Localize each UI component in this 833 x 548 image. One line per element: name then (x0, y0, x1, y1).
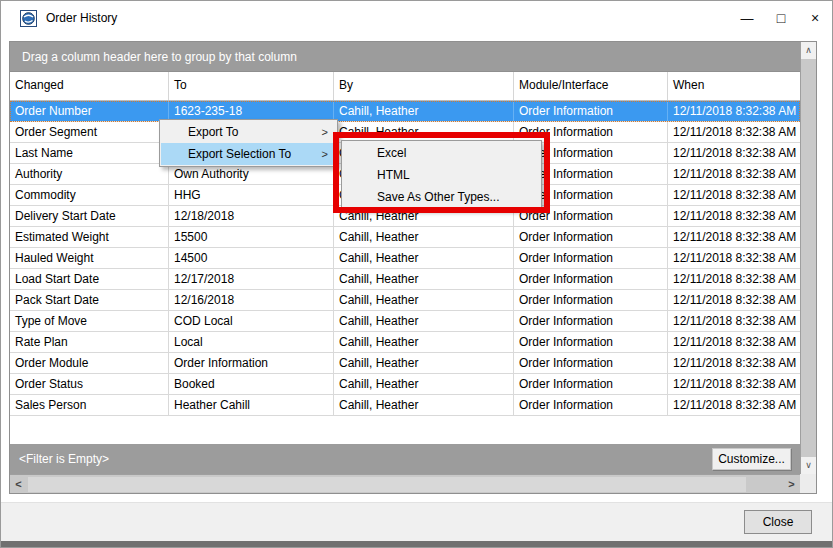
cell-by: Cahill, Heather (334, 395, 514, 415)
cell-by: Cahill, Heather (334, 290, 514, 310)
cell-when: 12/11/2018 8:32:38 AM (668, 206, 800, 226)
vertical-scrollbar[interactable]: ∧ ∨ (800, 42, 816, 474)
column-header-row: Changed To By Module/Interface When (10, 72, 800, 101)
menu-item-export-selection-to[interactable]: Export Selection To > (161, 143, 336, 165)
cell-when: 12/11/2018 8:32:38 AM (668, 332, 800, 352)
cell-when: 12/11/2018 8:32:38 AM (668, 122, 800, 142)
table-row[interactable]: Rate PlanLocalCahill, HeatherOrder Infor… (10, 332, 800, 353)
cell-when: 12/11/2018 8:32:38 AM (668, 374, 800, 394)
table-row[interactable]: Load Start Date12/17/2018Cahill, Heather… (10, 269, 800, 290)
footer-bar: Close (1, 502, 832, 541)
cell-by: Cahill, Heather (334, 353, 514, 373)
cell-changed: Order Number (10, 101, 169, 121)
title-bar: Order History — □ × (1, 1, 832, 35)
scroll-right-icon[interactable]: > (783, 476, 800, 493)
cell-to: Heather Cahill (169, 395, 334, 415)
filter-status: <Filter is Empty> (19, 452, 109, 466)
cell-to: Own Authority (169, 164, 334, 184)
cell-changed: Hauled Weight (10, 248, 169, 268)
cell-module: Order Information (514, 374, 668, 394)
window-bottom-edge (1, 541, 832, 547)
cell-changed: Delivery Start Date (10, 206, 169, 226)
cell-to: 1623-235-18 (169, 101, 334, 121)
cell-changed: Estimated Weight (10, 227, 169, 247)
table-row[interactable]: Estimated Weight15500Cahill, HeatherOrde… (10, 227, 800, 248)
column-header-when[interactable]: When (668, 72, 800, 100)
column-header-by[interactable]: By (334, 72, 514, 100)
cell-module: Order Information (514, 227, 668, 247)
cell-to: 15500 (169, 227, 334, 247)
table-row[interactable]: Order StatusBookedCahill, HeatherOrder I… (10, 374, 800, 395)
globe-icon (22, 12, 35, 25)
scroll-left-icon[interactable]: < (10, 476, 27, 493)
submenu-arrow-icon: > (322, 143, 328, 165)
table-row[interactable]: Order Number1623-235-18Cahill, HeatherOr… (10, 101, 800, 122)
cell-by: Cahill, Heather (334, 269, 514, 289)
close-button[interactable]: Close (744, 510, 812, 534)
cell-to: Local (169, 332, 334, 352)
cell-by: Cahill, Heather (334, 374, 514, 394)
window-controls: — □ × (730, 4, 832, 32)
cell-changed: Type of Move (10, 311, 169, 331)
menu-item-label: Export Selection To (188, 147, 291, 161)
cell-module: Order Information (514, 290, 668, 310)
scroll-up-icon[interactable]: ∧ (801, 42, 816, 59)
cell-when: 12/11/2018 8:32:38 AM (668, 101, 800, 121)
maximize-icon[interactable]: □ (764, 4, 798, 32)
cell-module: Order Information (514, 353, 668, 373)
cell-changed: Commodity (10, 185, 169, 205)
table-row[interactable]: Hauled Weight14500Cahill, HeatherOrder I… (10, 248, 800, 269)
app-icon (20, 10, 37, 27)
cell-to: 12/18/2018 (169, 206, 334, 226)
cell-to: Booked (169, 374, 334, 394)
cell-to: 12/16/2018 (169, 290, 334, 310)
cell-module: Order Information (514, 101, 668, 121)
horizontal-scroll-thumb[interactable] (28, 477, 746, 492)
cell-to: COD Local (169, 311, 334, 331)
cell-when: 12/11/2018 8:32:38 AM (668, 290, 800, 310)
grid-main: Drag a column header here to group by th… (10, 42, 800, 474)
menu-item-export-to[interactable]: Export To > (161, 121, 336, 143)
cell-when: 12/11/2018 8:32:38 AM (668, 143, 800, 163)
cell-changed: Order Module (10, 353, 169, 373)
cell-module: Order Information (514, 248, 668, 268)
cell-changed: Order Segment (10, 122, 169, 142)
cell-when: 12/11/2018 8:32:38 AM (668, 269, 800, 289)
column-header-to[interactable]: To (169, 72, 334, 100)
cell-changed: Sales Person (10, 395, 169, 415)
cell-by: Cahill, Heather (334, 227, 514, 247)
scroll-down-icon[interactable]: ∨ (801, 457, 816, 474)
table-row[interactable]: Order ModuleOrder InformationCahill, Hea… (10, 353, 800, 374)
close-icon[interactable]: × (798, 4, 832, 32)
table-row[interactable]: Sales PersonHeather CahillCahill, Heathe… (10, 395, 800, 416)
cell-when: 12/11/2018 8:32:38 AM (668, 227, 800, 247)
menu-item-label: Export To (188, 125, 238, 139)
cell-to: Order Information (169, 353, 334, 373)
group-by-panel[interactable]: Drag a column header here to group by th… (10, 42, 800, 72)
submenu-arrow-icon: > (322, 121, 328, 143)
order-history-dialog: Order History — □ × Drag a column header… (0, 0, 833, 548)
scrollbar-corner (800, 474, 816, 493)
cell-changed: Rate Plan (10, 332, 169, 352)
cell-when: 12/11/2018 8:32:38 AM (668, 248, 800, 268)
page-title: Order History (46, 11, 117, 25)
cell-module: Order Information (514, 395, 668, 415)
cell-by: Cahill, Heather (334, 248, 514, 268)
table-row[interactable]: Pack Start Date12/16/2018Cahill, Heather… (10, 290, 800, 311)
column-header-changed[interactable]: Changed (10, 72, 169, 100)
horizontal-scrollbar[interactable]: < > (10, 474, 800, 493)
cell-when: 12/11/2018 8:32:38 AM (668, 185, 800, 205)
table-row[interactable]: Type of MoveCOD LocalCahill, HeatherOrde… (10, 311, 800, 332)
cell-by: Cahill, Heather (334, 311, 514, 331)
cell-to: 12/17/2018 (169, 269, 334, 289)
cell-when: 12/11/2018 8:32:38 AM (668, 395, 800, 415)
cell-by: Cahill, Heather (334, 332, 514, 352)
cell-module: Order Information (514, 332, 668, 352)
cell-when: 12/11/2018 8:32:38 AM (668, 164, 800, 184)
minimize-icon[interactable]: — (730, 4, 764, 32)
context-menu: Export To > Export Selection To > (159, 119, 338, 167)
customize-button[interactable]: Customize... (712, 448, 791, 470)
cell-to: HHG (169, 185, 334, 205)
column-header-module-interface[interactable]: Module/Interface (514, 72, 668, 100)
cell-when: 12/11/2018 8:32:38 AM (668, 311, 800, 331)
